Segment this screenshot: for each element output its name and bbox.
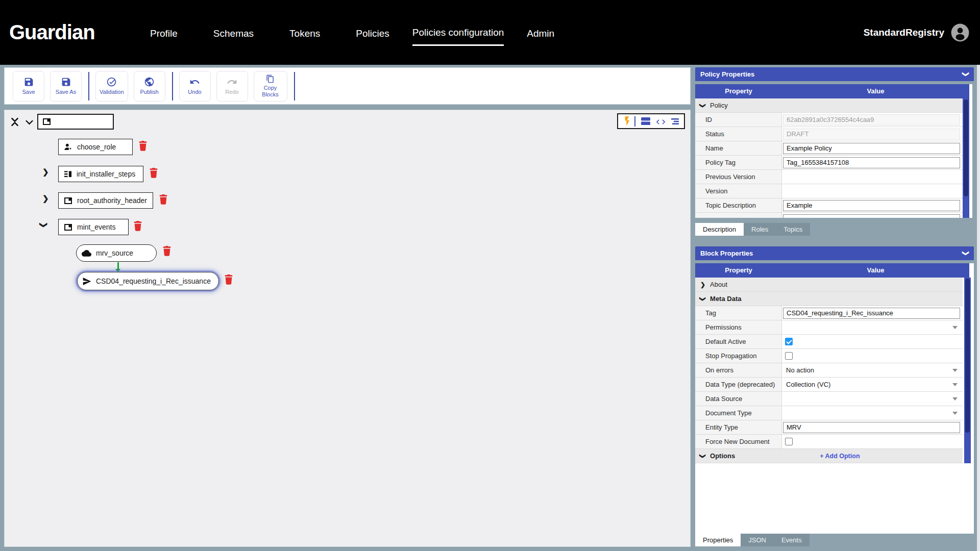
block-mint-events[interactable]: mint_events: [58, 219, 129, 235]
publish-button[interactable]: Publish: [134, 71, 165, 102]
table-row: Version: [695, 184, 963, 198]
block-choose-role[interactable]: choose_role: [58, 139, 133, 155]
tab-properties[interactable]: Properties: [695, 534, 741, 546]
table-row: Entity Type: [695, 420, 963, 435]
expand-chevron[interactable]: [42, 194, 49, 203]
save-as-icon: [61, 77, 71, 87]
block-mrv-source[interactable]: mrv_source: [76, 244, 157, 262]
block-csd04-requesting[interactable]: CSD04_requesting_i_Rec_issuance: [77, 272, 219, 290]
tab-topics[interactable]: Topics: [776, 223, 810, 236]
user-avatar-icon[interactable]: [950, 23, 970, 42]
collapse-chevron: [700, 295, 705, 303]
tree-view-icon[interactable]: [671, 118, 679, 125]
policy-properties-header[interactable]: Policy Properties: [695, 67, 974, 81]
clipped-input[interactable]: [783, 214, 960, 218]
block-tag: choose_role: [77, 143, 116, 151]
policy-id-value: 62ab2891a0c3726554c4caa9: [783, 114, 960, 126]
user-area: StandardRegistry: [864, 23, 970, 42]
undo-button[interactable]: Undo: [179, 71, 211, 102]
validation-button[interactable]: Validation: [95, 71, 128, 102]
tab-description[interactable]: Description: [695, 223, 744, 236]
code-view-icon[interactable]: [656, 117, 666, 125]
scrollbar-thumb[interactable]: [964, 99, 968, 196]
event-arrow: [115, 262, 121, 272]
table-row: Previous Version: [695, 170, 963, 184]
scrollbar-thumb[interactable]: [965, 279, 970, 433]
group-row-options[interactable]: Options + Add Option: [695, 449, 963, 463]
validation-icon: [106, 77, 117, 87]
block-properties-header[interactable]: Block Properties: [695, 246, 974, 260]
group-row-meta-data[interactable]: Meta Data: [695, 292, 963, 306]
caret-down-icon: [952, 383, 958, 386]
container-icon: [42, 117, 51, 126]
chevron-down-icon: [963, 246, 969, 260]
delete-block-icon[interactable]: [163, 246, 171, 256]
send-icon: [83, 278, 91, 285]
tab-roles[interactable]: Roles: [744, 223, 776, 236]
table-row: Status DRAFT: [695, 127, 963, 141]
topic-description-input[interactable]: [783, 200, 960, 211]
data-source-dropdown[interactable]: [783, 392, 960, 406]
policy-name-input[interactable]: [783, 143, 960, 154]
permissions-dropdown[interactable]: [783, 321, 960, 334]
document-type-dropdown[interactable]: [783, 407, 960, 420]
save-button[interactable]: Save: [13, 71, 44, 102]
delete-block-icon[interactable]: [134, 221, 142, 231]
nav-admin[interactable]: Admin: [527, 20, 554, 45]
expand-chevron[interactable]: [42, 167, 49, 177]
root-container-box[interactable]: [37, 114, 114, 130]
group-row-policy[interactable]: Policy: [695, 98, 963, 113]
username: StandardRegistry: [864, 27, 944, 38]
collapse-all-icon[interactable]: [10, 117, 20, 127]
blocks-view-icon[interactable]: [641, 117, 651, 126]
table-row: Data Source: [695, 392, 963, 406]
table-body: About Meta Data Tag Permissions: [695, 278, 963, 463]
delete-block-icon[interactable]: [225, 274, 233, 285]
policy-properties-table: Property Value Policy ID 62ab2891a0c3726…: [695, 84, 972, 218]
block-tag-input[interactable]: [783, 308, 960, 319]
group-row-about[interactable]: About: [695, 278, 963, 292]
chevron-down-icon[interactable]: [25, 119, 34, 126]
add-option-button[interactable]: + Add Option: [820, 453, 860, 460]
nav-policies-configuration[interactable]: Policies configuration: [412, 19, 504, 46]
delete-block-icon[interactable]: [139, 141, 147, 151]
collapse-chevron[interactable]: [41, 220, 47, 230]
copy-blocks-button[interactable]: Copy Blocks: [254, 71, 287, 102]
data-type-dropdown[interactable]: Collection (VC): [783, 378, 960, 391]
scrollbar-track[interactable]: [964, 278, 971, 463]
scrollbar-track[interactable]: [963, 98, 969, 218]
tab-json[interactable]: JSON: [741, 534, 774, 546]
force-new-document-checkbox[interactable]: [785, 438, 793, 445]
on-errors-dropdown[interactable]: No action: [783, 364, 960, 377]
block-init-installer-steps[interactable]: init_installer_steps: [58, 166, 143, 182]
container-icon: [64, 196, 72, 205]
nav-policies[interactable]: Policies: [356, 20, 389, 45]
redo-button[interactable]: Redo: [216, 71, 248, 102]
lightning-icon[interactable]: [623, 116, 629, 126]
save-as-button[interactable]: Save As: [50, 71, 82, 102]
table-row: Stop Propagation: [695, 349, 963, 363]
block-root-authority-header[interactable]: root_authority_header: [58, 192, 153, 209]
page-scrollbar[interactable]: [977, 65, 980, 551]
table-header: Property Value: [695, 84, 969, 98]
policy-toolbar: Save Save As Validation Publish Undo Red…: [4, 67, 691, 105]
undo-icon: [189, 77, 200, 87]
app-header: Guardian Profile Schemas Tokens Policies…: [0, 0, 980, 65]
bottom-tabs: Properties JSON Events: [695, 534, 974, 546]
entity-type-input[interactable]: [783, 422, 960, 433]
delete-block-icon[interactable]: [150, 168, 158, 178]
nav-profile[interactable]: Profile: [150, 20, 178, 45]
policy-tag-input[interactable]: [783, 157, 960, 168]
tab-events[interactable]: Events: [774, 534, 810, 546]
app-logo: Guardian: [9, 21, 150, 44]
nav-schemas[interactable]: Schemas: [213, 20, 254, 45]
canvas-view-toolbar: [617, 113, 685, 129]
stop-propagation-checkbox[interactable]: [785, 352, 793, 360]
default-active-checkbox[interactable]: [785, 338, 793, 345]
table-row: Policy Tag: [695, 156, 963, 170]
chevron-down-icon: [963, 67, 969, 81]
table-body: Policy ID 62ab2891a0c3726554c4caa9 Statu…: [695, 98, 963, 218]
delete-block-icon[interactable]: [159, 194, 167, 205]
table-row: Default Active: [695, 335, 963, 349]
nav-tokens[interactable]: Tokens: [289, 20, 320, 45]
